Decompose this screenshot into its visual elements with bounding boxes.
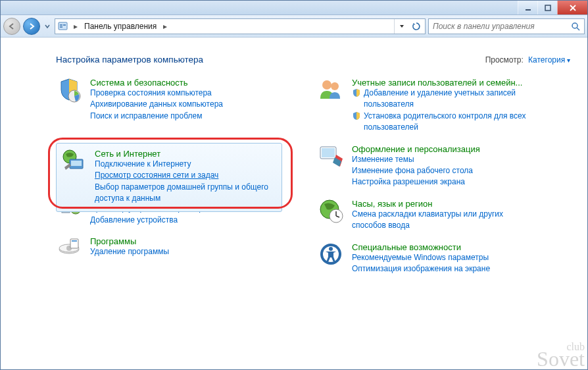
svg-rect-5 (60, 26, 62, 28)
category-link[interactable]: Установка родительского контроля для все… (364, 111, 536, 134)
category-link[interactable]: Настройка разрешения экрана (352, 176, 480, 188)
category-programs: Программы Удаление программы (56, 235, 308, 261)
system-security-icon (56, 76, 82, 103)
shield-icon (352, 88, 361, 99)
ease-of-access-icon (318, 241, 344, 267)
breadcrumb-arrow[interactable]: ▸ (160, 19, 170, 34)
category-link[interactable]: Добавление устройства (90, 215, 212, 226)
svg-rect-21 (322, 148, 335, 157)
address-dropdown-icon[interactable] (395, 19, 409, 34)
category-title[interactable]: Специальные возможности (352, 242, 461, 252)
search-input[interactable] (431, 21, 570, 32)
category-title[interactable]: Программы (90, 236, 136, 246)
svg-point-19 (331, 82, 339, 90)
user-accounts-icon (318, 76, 344, 103)
maximize-button[interactable] (537, 1, 557, 14)
category-link[interactable]: Изменение фона рабочего стола (352, 165, 480, 176)
category-link[interactable]: Добавление и удаление учетных записей по… (364, 88, 536, 111)
category-ease-of-access: Специальные возможности Рекомендуемые Wi… (318, 241, 570, 275)
category-link[interactable]: Удаление программы (90, 246, 169, 257)
category-network-internet-hover[interactable]: Сеть и Интернет Подключение к Интернету … (56, 143, 282, 212)
nav-row: ▸ Панель управления ▸ (1, 15, 587, 38)
category-link[interactable]: Проверка состояния компьютера (90, 88, 223, 99)
svg-point-28 (329, 247, 333, 251)
svg-rect-0 (526, 9, 531, 11)
category-link[interactable]: Изменение темы (352, 154, 480, 165)
category-link[interactable]: Выбор параметров домашней группы и общег… (95, 182, 272, 205)
breadcrumb-item[interactable]: Панель управления (80, 19, 160, 34)
recent-pages-dropdown[interactable] (43, 18, 52, 35)
network-internet-icon (61, 147, 87, 174)
svg-rect-1 (545, 5, 551, 11)
svg-line-7 (577, 28, 579, 30)
svg-point-18 (322, 80, 331, 90)
content-header: Настройка параметров компьютера Просмотр… (56, 55, 570, 65)
forward-button[interactable] (23, 18, 40, 35)
address-bar[interactable]: ▸ Панель управления ▸ (55, 18, 426, 34)
category-title[interactable]: Система и безопасность (90, 78, 188, 88)
titlebar (1, 1, 587, 15)
right-column: Учетные записи пользователей и семейн...… (318, 76, 570, 284)
category-title[interactable]: Часы, язык и регион (352, 199, 432, 209)
category-user-accounts: Учетные записи пользователей и семейн...… (318, 76, 570, 134)
appearance-icon (318, 143, 344, 169)
content-area: Настройка параметров компьютера Просмотр… (1, 38, 587, 369)
category-system-security: Система и безопасность Проверка состояни… (56, 76, 308, 122)
view-by: Просмотр: Категория (485, 55, 570, 65)
svg-rect-31 (71, 161, 82, 166)
svg-rect-3 (60, 24, 62, 26)
svg-point-6 (572, 23, 577, 28)
view-by-dropdown[interactable]: Категория (528, 55, 570, 65)
category-link-hovered[interactable]: Просмотр состояния сети и задач (95, 170, 272, 181)
category-link[interactable]: Смена раскладки клавиатуры или других сп… (352, 209, 523, 232)
category-appearance: Оформление и персонализация Изменение те… (318, 143, 570, 188)
category-title[interactable]: Сеть и Интернет (95, 149, 160, 159)
control-panel-window: ▸ Панель управления ▸ Настройка параметр… (0, 0, 588, 370)
category-link[interactable]: Рекомендуемые Windows параметры (352, 252, 490, 263)
search-box[interactable] (428, 18, 585, 34)
breadcrumb-root-arrow[interactable]: ▸ (71, 19, 80, 34)
category-link[interactable]: Оптимизация изображения на экране (352, 263, 490, 275)
control-panel-icon (57, 20, 70, 33)
watermark: club Sovet (537, 343, 585, 368)
category-link[interactable]: Архивирование данных компьютера (90, 99, 223, 110)
category-title[interactable]: Оформление и персонализация (352, 144, 480, 154)
svg-rect-17 (72, 240, 77, 242)
svg-rect-2 (59, 22, 67, 30)
minimize-button[interactable] (518, 1, 537, 14)
close-button[interactable] (557, 1, 587, 14)
svg-rect-4 (63, 24, 66, 26)
page-title: Настройка параметров компьютера (56, 55, 203, 65)
search-icon[interactable] (570, 22, 581, 31)
programs-icon (56, 235, 82, 261)
shield-icon (352, 111, 361, 122)
clock-region-icon (318, 198, 344, 224)
category-link[interactable]: Поиск и исправление проблем (90, 111, 223, 122)
category-clock-region: Часы, язык и регион Смена раскладки клав… (318, 198, 570, 232)
back-button[interactable] (3, 18, 20, 35)
category-title[interactable]: Учетные записи пользователей и семейн... (352, 78, 522, 88)
view-by-label: Просмотр: (485, 55, 524, 65)
category-link[interactable]: Подключение к Интернету (95, 159, 272, 170)
refresh-icon[interactable] (409, 19, 424, 34)
